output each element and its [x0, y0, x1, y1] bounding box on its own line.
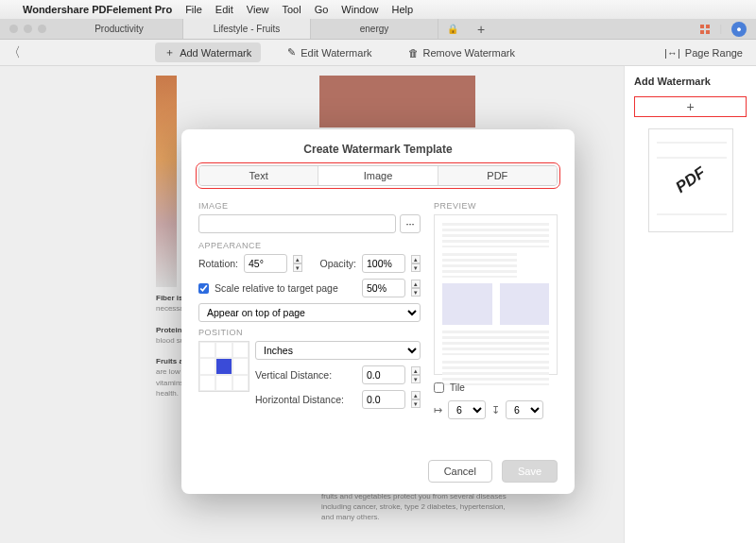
divider: | [719, 24, 722, 34]
sidepanel-title: Add Watermark [634, 76, 747, 87]
units-select[interactable]: Inches [255, 341, 421, 360]
watermark-toolbar: 〈 ＋ Add Watermark ✎ Edit Watermark 🗑 Rem… [0, 40, 756, 66]
back-button[interactable]: 〈 [0, 44, 28, 61]
save-button[interactable]: Save [502, 460, 558, 483]
add-watermark-tile[interactable]: + [634, 96, 747, 117]
hdist-label: Horizontal Distance: [255, 394, 344, 405]
menu-tool[interactable]: Tool [282, 4, 301, 15]
watermark-preview-thumb[interactable]: PDF [648, 128, 733, 232]
traffic-lights[interactable] [0, 19, 56, 39]
seg-pdf[interactable]: PDF [438, 166, 557, 185]
scale-label: Scale relative to target page [215, 282, 338, 294]
tile-v-select[interactable]: 6 [506, 400, 543, 419]
tile-v-icon: ↧ [491, 404, 500, 416]
plus-icon: ＋ [164, 45, 175, 59]
modal-title: Create Watermark Template [198, 143, 558, 156]
position-center[interactable] [215, 358, 232, 374]
tile-h-icon: ↦ [434, 404, 442, 416]
opacity-input[interactable] [362, 254, 405, 273]
source-segmented-control[interactable]: Text Image PDF [198, 165, 558, 186]
section-image: IMAGE [198, 201, 421, 211]
apps-grid-icon[interactable] [700, 25, 710, 34]
new-tab-button[interactable]: + [467, 19, 495, 39]
lock-icon: 🔒 [438, 19, 467, 39]
tab-label: energy [360, 24, 389, 34]
window-tabbar: Productivity Lifestyle - Fruits energy 🔒… [0, 19, 756, 40]
menu-view[interactable]: View [247, 4, 269, 15]
rotation-label: Rotation: [198, 258, 238, 269]
page-image-strip [156, 76, 177, 287]
page2-header-image [319, 76, 475, 127]
tab-productivity[interactable]: Productivity [56, 19, 183, 39]
menu-file[interactable]: File [185, 4, 202, 15]
menu-go[interactable]: Go [315, 4, 329, 15]
vdist-label: Vertical Distance: [255, 369, 332, 381]
section-preview: PREVIEW [434, 201, 558, 211]
tile-checkbox[interactable] [434, 382, 444, 393]
section-position: POSITION [198, 328, 421, 337]
tool-label: Remove Watermark [423, 47, 515, 59]
remove-watermark-button[interactable]: 🗑 Remove Watermark [399, 44, 524, 61]
pencil-icon: ✎ [287, 46, 296, 59]
scale-checkbox[interactable] [198, 283, 209, 294]
opacity-label: Opacity: [319, 258, 356, 269]
add-watermark-button[interactable]: ＋ Add Watermark [155, 42, 261, 62]
user-avatar[interactable]: ● [731, 22, 747, 37]
tab-label: Productivity [94, 24, 144, 34]
scale-input[interactable] [362, 279, 405, 297]
watermark-sidepanel: Add Watermark + PDF [624, 66, 756, 543]
tab-label: Lifestyle - Fruits [214, 24, 281, 34]
plus-icon: + [686, 99, 694, 114]
vdist-stepper[interactable]: ▴▾ [411, 366, 421, 383]
page-range-button[interactable]: |↔| Page Range [651, 47, 756, 59]
h: Fiber is [156, 294, 182, 302]
rotation-stepper[interactable]: ▴▾ [293, 255, 302, 272]
tile-h-select[interactable]: 6 [448, 400, 486, 419]
tool-label: Edit Watermark [301, 47, 371, 59]
seg-text[interactable]: Text [199, 166, 318, 185]
menu-edit[interactable]: Edit [215, 4, 233, 15]
hdist-input[interactable] [362, 390, 405, 409]
section-appearance: APPEARANCE [198, 241, 421, 250]
scale-stepper[interactable]: ▴▾ [411, 280, 421, 297]
rotation-input[interactable] [244, 254, 287, 273]
preview-box [434, 214, 558, 375]
tool-label: Page Range [685, 47, 743, 59]
trash-icon: 🗑 [408, 47, 419, 59]
page2-body: fruits and vegetables protect you from s… [321, 491, 510, 523]
hdist-stepper[interactable]: ▴▾ [411, 391, 421, 408]
create-watermark-modal: Create Watermark Template Text Image PDF… [181, 129, 575, 494]
cancel-button[interactable]: Cancel [428, 460, 492, 483]
browse-button[interactable]: ··· [400, 214, 421, 233]
menu-help[interactable]: Help [391, 4, 413, 15]
tab-lifestyle[interactable]: Lifestyle - Fruits [183, 19, 311, 39]
tool-label: Add Watermark [180, 47, 251, 59]
opacity-stepper[interactable]: ▴▾ [411, 255, 421, 272]
vdist-input[interactable] [362, 365, 405, 384]
h: Protein [156, 326, 182, 334]
seg-image[interactable]: Image [318, 166, 437, 185]
menu-window[interactable]: Window [341, 4, 378, 15]
tile-label: Tile [450, 382, 465, 393]
app-name[interactable]: Wondershare PDFelement Pro [23, 4, 172, 15]
layer-select[interactable]: Appear on top of page [198, 303, 421, 322]
tab-energy[interactable]: energy [311, 19, 438, 39]
edit-watermark-button[interactable]: ✎ Edit Watermark [278, 43, 381, 61]
image-path-input[interactable] [198, 214, 396, 233]
mac-menubar: Wondershare PDFelement Pro File Edit Vie… [0, 0, 756, 19]
range-icon: |↔| [664, 47, 680, 59]
position-grid[interactable] [198, 341, 249, 392]
thumb-text: PDF [672, 163, 709, 197]
